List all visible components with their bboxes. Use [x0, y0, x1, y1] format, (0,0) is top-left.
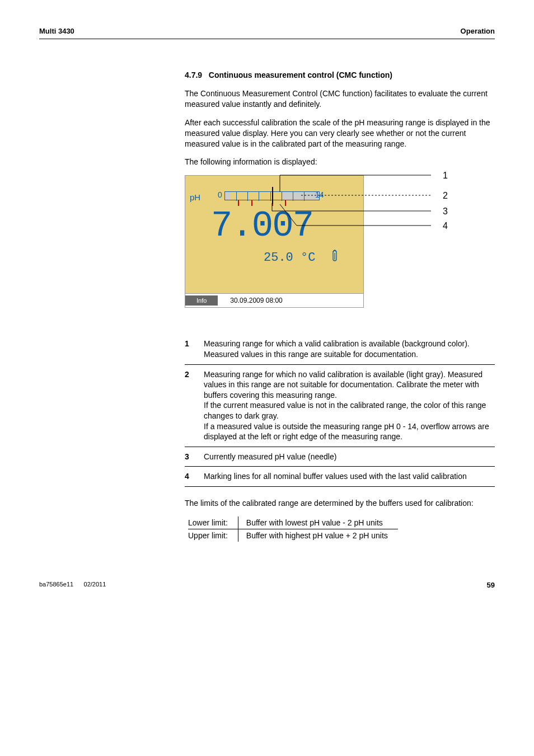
- definitions-table: 1 Measuring range for which a valid cali…: [185, 334, 495, 487]
- table-row: 3 Currently measured pH value (needle): [185, 447, 495, 467]
- def-number: 2: [185, 364, 204, 447]
- table-row: 2 Measuring range for which no valid cal…: [185, 364, 495, 447]
- paragraph: The following information is displayed:: [185, 157, 495, 167]
- callout-number: 2: [443, 191, 448, 201]
- def-number: 3: [185, 447, 204, 467]
- doc-section-name: Operation: [461, 27, 495, 35]
- doc-model: Multi 3430: [39, 27, 74, 35]
- table-row: Lower limit: Buffer with lowest pH value…: [188, 516, 398, 529]
- footer-page-number: 59: [487, 581, 495, 589]
- def-number: 1: [185, 334, 204, 364]
- paragraph: The limits of the calibrated range are d…: [185, 498, 495, 509]
- table-row: 1 Measuring range for which a valid cali…: [185, 334, 495, 364]
- section-heading: 4.7.9 Continuous measurement control (CM…: [185, 71, 495, 79]
- section-title: Continuous measurement control (CMC func…: [209, 71, 392, 79]
- callout-number: 4: [443, 221, 448, 231]
- def-text: Measuring range for which no valid calib…: [204, 364, 495, 447]
- limit-label: Lower limit:: [188, 516, 238, 529]
- limit-label: Upper limit:: [188, 529, 238, 542]
- paragraph: After each successful calibration the sc…: [185, 118, 495, 149]
- limit-value: Buffer with highest pH value + 2 pH unit…: [238, 529, 398, 542]
- callout-number: 1: [443, 171, 448, 181]
- section-number: 4.7.9: [185, 71, 202, 79]
- paragraph: The Continuous Measurement Control (CMC …: [185, 88, 495, 110]
- callout-number: 3: [443, 206, 448, 217]
- def-number: 4: [185, 467, 204, 487]
- device-display-diagram: pH 0 14: [185, 175, 448, 326]
- table-row: Upper limit: Buffer with highest pH valu…: [188, 529, 398, 542]
- limit-value: Buffer with lowest pH value - 2 pH units: [238, 516, 398, 529]
- limits-table: Lower limit: Buffer with lowest pH value…: [188, 516, 398, 542]
- footer-date: 02/2011: [84, 581, 106, 588]
- table-row: 4 Marking lines for all nominal buffer v…: [185, 467, 495, 487]
- footer-doc-id: ba75865e11: [39, 581, 73, 588]
- def-text: Measuring range for which a valid calibr…: [204, 334, 495, 364]
- header-rule: [39, 39, 495, 39]
- def-text: Marking lines for all nominal buffer val…: [204, 467, 495, 487]
- def-text: Currently measured pH value (needle): [204, 447, 495, 467]
